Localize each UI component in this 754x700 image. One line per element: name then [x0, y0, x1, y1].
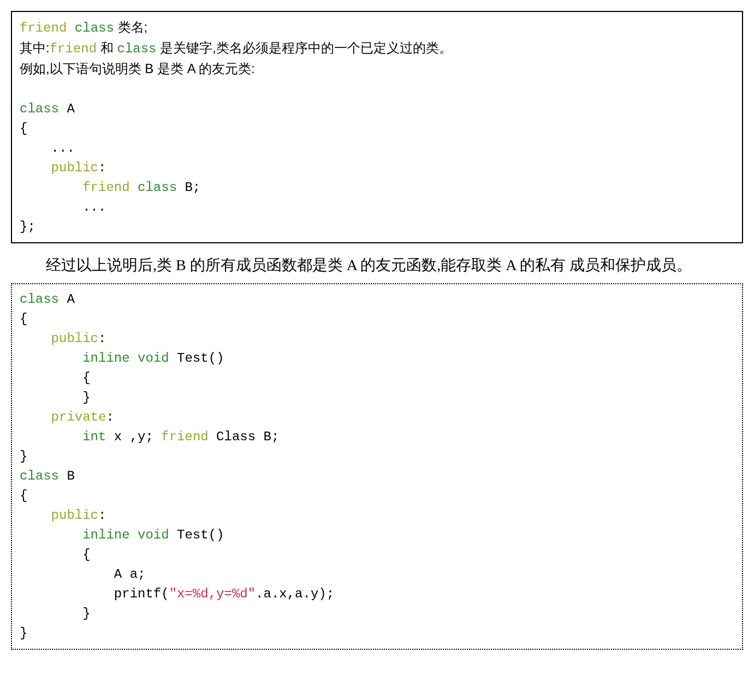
code-text: { — [20, 370, 91, 385]
keyword-public: public — [51, 508, 98, 523]
code-text: B; — [177, 180, 200, 195]
keyword-class: class — [138, 180, 177, 195]
code-text: : — [98, 160, 106, 175]
paragraph-text: 经过以上说明后,类 B 的所有成员函数都是类 A 的友元函数,能存取类 A 的私… — [46, 256, 692, 273]
keyword-friend: friend — [50, 41, 97, 56]
code-text — [130, 180, 138, 195]
keyword-class: class — [20, 101, 59, 116]
code-text: .a.x,a.y); — [256, 587, 334, 601]
code-text — [20, 508, 51, 523]
code-text: 和 — [97, 40, 117, 55]
code-text — [20, 528, 82, 542]
code-text — [130, 351, 138, 366]
code-text: 是关键字,类名必须是程序中的一个已定义过的类。 — [156, 40, 452, 55]
keyword-inline: inline — [82, 528, 129, 542]
code-text — [20, 410, 51, 424]
code-text: : — [106, 410, 114, 424]
code-text: { — [20, 488, 27, 503]
code-text: : — [98, 508, 106, 523]
code-text: { — [20, 547, 91, 562]
code-text: { — [20, 121, 27, 136]
code-text: Class B; — [209, 429, 280, 444]
code-text: ... — [20, 200, 106, 214]
keyword-friend: friend — [161, 429, 208, 444]
code-text — [20, 351, 82, 366]
code-text: Test() — [169, 528, 224, 542]
code-pre-1: friend class 类名; 其中:friend 和 class 是关键字,… — [20, 17, 734, 237]
code-text: x ,y; — [106, 429, 161, 444]
keyword-class: class — [20, 292, 59, 307]
code-text: 例如,以下语句说明类 B 是类 A 的友元类: — [20, 61, 255, 76]
keyword-friend: friend — [20, 21, 67, 35]
code-text: 其中: — [20, 40, 50, 55]
code-text: { — [20, 312, 27, 326]
keyword-public: public — [51, 331, 98, 346]
keyword-public: public — [20, 160, 98, 175]
keyword-int: int — [82, 429, 106, 444]
string-literal: "x=%d,y=%d" — [169, 587, 256, 601]
code-text: A — [59, 101, 75, 116]
keyword-friend: friend — [82, 180, 129, 195]
code-text: ... — [20, 141, 75, 155]
keyword-inline: inline — [82, 351, 129, 366]
code-text — [130, 528, 138, 542]
code-text: } — [20, 606, 91, 621]
code-text — [20, 331, 51, 346]
keyword-private: private — [51, 410, 106, 424]
explanation-paragraph: 经过以上说明后,类 B 的所有成员函数都是类 A 的友元函数,能存取类 A 的私… — [11, 251, 743, 283]
code-block-friend-example: class A { public: inline void Test() { }… — [11, 283, 743, 650]
code-text: B — [59, 469, 75, 483]
keyword-class: class — [75, 21, 114, 35]
code-text — [20, 429, 82, 444]
code-text: }; — [20, 219, 35, 234]
code-text: 类名; — [114, 20, 147, 34]
code-text: A — [59, 292, 75, 307]
code-pre-2: class A { public: inline void Test() { }… — [20, 290, 734, 643]
code-text: printf( — [20, 587, 169, 601]
code-text: Test() — [169, 351, 224, 366]
code-text: } — [20, 626, 27, 641]
code-text: } — [20, 390, 91, 405]
code-block-friend-syntax: friend class 类名; 其中:friend 和 class 是关键字,… — [11, 11, 743, 243]
code-text — [20, 180, 82, 195]
keyword-void: void — [138, 351, 169, 366]
code-text: } — [20, 449, 27, 464]
code-text: A a; — [20, 567, 145, 582]
code-text: : — [98, 331, 106, 346]
keyword-class: class — [117, 41, 156, 56]
keyword-void: void — [138, 528, 169, 542]
keyword-class: class — [20, 469, 59, 483]
